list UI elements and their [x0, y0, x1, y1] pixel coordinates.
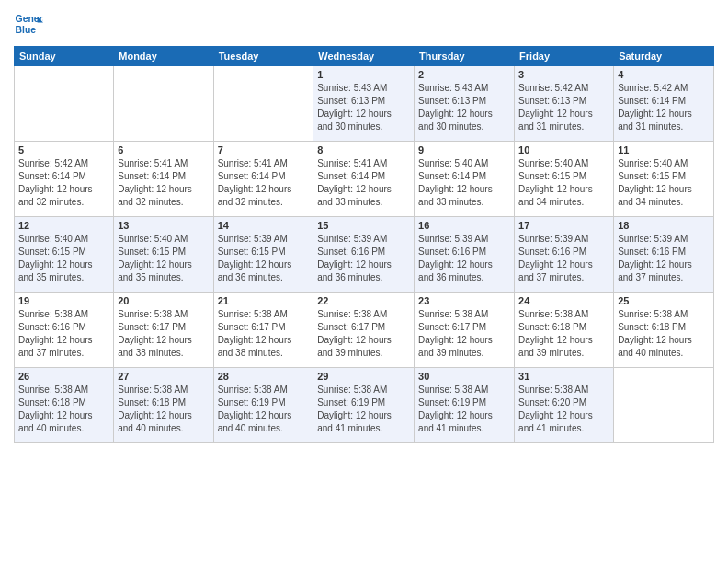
day-number: 20 [118, 295, 209, 306]
day-number: 1 [317, 69, 410, 80]
calendar-cell: 22Sunrise: 5:38 AMSunset: 6:17 PMDayligh… [313, 293, 415, 368]
day-number: 23 [418, 295, 510, 306]
calendar-cell: 26Sunrise: 5:38 AMSunset: 6:18 PMDayligh… [15, 368, 114, 443]
calendar-cell: 1Sunrise: 5:43 AMSunset: 6:13 PMDaylight… [313, 66, 415, 142]
day-number: 3 [518, 69, 609, 80]
week-row-4: 19Sunrise: 5:38 AMSunset: 6:16 PMDayligh… [15, 293, 714, 368]
day-number: 5 [18, 144, 109, 155]
day-info: Sunrise: 5:39 AMSunset: 6:16 PMDaylight:… [618, 233, 710, 284]
day-number: 27 [118, 371, 209, 382]
calendar-cell: 11Sunrise: 5:40 AMSunset: 6:15 PMDayligh… [614, 142, 714, 217]
calendar-cell: 16Sunrise: 5:39 AMSunset: 6:16 PMDayligh… [415, 217, 515, 293]
day-info: Sunrise: 5:38 AMSunset: 6:20 PMDaylight:… [518, 384, 609, 435]
day-info: Sunrise: 5:38 AMSunset: 6:18 PMDaylight:… [518, 308, 609, 360]
day-info: Sunrise: 5:41 AMSunset: 6:14 PMDaylight:… [118, 157, 209, 209]
calendar-cell: 8Sunrise: 5:41 AMSunset: 6:14 PMDaylight… [313, 142, 415, 217]
day-number: 9 [418, 144, 510, 155]
day-number: 7 [218, 144, 310, 155]
calendar-cell: 18Sunrise: 5:39 AMSunset: 6:16 PMDayligh… [614, 217, 714, 293]
calendar-cell: 24Sunrise: 5:38 AMSunset: 6:18 PMDayligh… [515, 293, 614, 368]
day-info: Sunrise: 5:43 AMSunset: 6:13 PMDaylight:… [317, 82, 410, 133]
day-info: Sunrise: 5:38 AMSunset: 6:17 PMDaylight:… [418, 308, 510, 360]
day-number: 14 [218, 220, 310, 231]
logo: General Blue [14, 9, 49, 39]
calendar-cell: 2Sunrise: 5:43 AMSunset: 6:13 PMDaylight… [415, 66, 515, 142]
day-info: Sunrise: 5:41 AMSunset: 6:14 PMDaylight:… [218, 157, 310, 209]
calendar-cell: 28Sunrise: 5:38 AMSunset: 6:19 PMDayligh… [213, 368, 313, 443]
day-number: 6 [118, 144, 209, 155]
calendar-cell: 4Sunrise: 5:42 AMSunset: 6:14 PMDaylight… [614, 66, 714, 142]
calendar-cell: 14Sunrise: 5:39 AMSunset: 6:15 PMDayligh… [213, 217, 313, 293]
calendar-cell [15, 66, 114, 142]
calendar-cell: 17Sunrise: 5:39 AMSunset: 6:16 PMDayligh… [515, 217, 614, 293]
day-info: Sunrise: 5:39 AMSunset: 6:16 PMDaylight:… [418, 233, 510, 284]
day-info: Sunrise: 5:41 AMSunset: 6:14 PMDaylight:… [317, 157, 410, 209]
day-info: Sunrise: 5:42 AMSunset: 6:14 PMDaylight:… [18, 157, 109, 209]
day-number: 19 [18, 295, 109, 306]
day-info: Sunrise: 5:40 AMSunset: 6:15 PMDaylight:… [518, 157, 609, 209]
weekday-monday: Monday [114, 47, 213, 66]
calendar-cell: 13Sunrise: 5:40 AMSunset: 6:15 PMDayligh… [114, 217, 213, 293]
day-info: Sunrise: 5:42 AMSunset: 6:13 PMDaylight:… [518, 82, 609, 133]
day-info: Sunrise: 5:38 AMSunset: 6:19 PMDaylight:… [317, 384, 410, 435]
calendar-cell: 7Sunrise: 5:41 AMSunset: 6:14 PMDaylight… [213, 142, 313, 217]
weekday-sunday: Sunday [15, 47, 114, 66]
day-number: 12 [18, 220, 109, 231]
calendar-cell: 29Sunrise: 5:38 AMSunset: 6:19 PMDayligh… [313, 368, 415, 443]
calendar-cell: 27Sunrise: 5:38 AMSunset: 6:18 PMDayligh… [114, 368, 213, 443]
calendar: SundayMondayTuesdayWednesdayThursdayFrid… [14, 46, 714, 443]
weekday-header-row: SundayMondayTuesdayWednesdayThursdayFrid… [15, 47, 714, 66]
day-info: Sunrise: 5:43 AMSunset: 6:13 PMDaylight:… [418, 82, 510, 133]
day-info: Sunrise: 5:38 AMSunset: 6:17 PMDaylight:… [118, 308, 209, 360]
calendar-cell: 20Sunrise: 5:38 AMSunset: 6:17 PMDayligh… [114, 293, 213, 368]
calendar-cell: 15Sunrise: 5:39 AMSunset: 6:16 PMDayligh… [313, 217, 415, 293]
calendar-cell: 21Sunrise: 5:38 AMSunset: 6:17 PMDayligh… [213, 293, 313, 368]
day-number: 30 [418, 371, 510, 382]
day-info: Sunrise: 5:38 AMSunset: 6:18 PMDaylight:… [118, 384, 209, 435]
day-info: Sunrise: 5:42 AMSunset: 6:14 PMDaylight:… [618, 82, 710, 133]
day-info: Sunrise: 5:39 AMSunset: 6:15 PMDaylight:… [218, 233, 310, 284]
weekday-tuesday: Tuesday [213, 47, 313, 66]
day-info: Sunrise: 5:38 AMSunset: 6:18 PMDaylight:… [18, 384, 109, 435]
day-number: 21 [218, 295, 310, 306]
day-number: 8 [317, 144, 410, 155]
day-number: 11 [618, 144, 710, 155]
calendar-cell [614, 368, 714, 443]
day-number: 10 [518, 144, 609, 155]
calendar-cell [213, 66, 313, 142]
weekday-thursday: Thursday [415, 47, 515, 66]
day-info: Sunrise: 5:40 AMSunset: 6:15 PMDaylight:… [618, 157, 710, 209]
day-info: Sunrise: 5:38 AMSunset: 6:17 PMDaylight:… [218, 308, 310, 360]
week-row-3: 12Sunrise: 5:40 AMSunset: 6:15 PMDayligh… [15, 217, 714, 293]
day-number: 26 [18, 371, 109, 382]
week-row-2: 5Sunrise: 5:42 AMSunset: 6:14 PMDaylight… [15, 142, 714, 217]
logo-icon: General Blue [14, 9, 43, 39]
calendar-cell [114, 66, 213, 142]
day-info: Sunrise: 5:40 AMSunset: 6:15 PMDaylight:… [18, 233, 109, 284]
svg-text:Blue: Blue [16, 25, 37, 35]
week-row-1: 1Sunrise: 5:43 AMSunset: 6:13 PMDaylight… [15, 66, 714, 142]
calendar-cell: 6Sunrise: 5:41 AMSunset: 6:14 PMDaylight… [114, 142, 213, 217]
day-number: 18 [618, 220, 710, 231]
day-info: Sunrise: 5:40 AMSunset: 6:14 PMDaylight:… [418, 157, 510, 209]
calendar-cell: 19Sunrise: 5:38 AMSunset: 6:16 PMDayligh… [15, 293, 114, 368]
calendar-cell: 31Sunrise: 5:38 AMSunset: 6:20 PMDayligh… [515, 368, 614, 443]
calendar-cell: 3Sunrise: 5:42 AMSunset: 6:13 PMDaylight… [515, 66, 614, 142]
day-number: 25 [618, 295, 710, 306]
day-number: 31 [518, 371, 609, 382]
day-info: Sunrise: 5:38 AMSunset: 6:17 PMDaylight:… [317, 308, 410, 360]
day-number: 4 [618, 69, 710, 80]
calendar-cell: 23Sunrise: 5:38 AMSunset: 6:17 PMDayligh… [415, 293, 515, 368]
weekday-wednesday: Wednesday [313, 47, 415, 66]
day-number: 22 [317, 295, 410, 306]
day-info: Sunrise: 5:39 AMSunset: 6:16 PMDaylight:… [518, 233, 609, 284]
week-row-5: 26Sunrise: 5:38 AMSunset: 6:18 PMDayligh… [15, 368, 714, 443]
day-info: Sunrise: 5:38 AMSunset: 6:16 PMDaylight:… [18, 308, 109, 360]
calendar-cell: 25Sunrise: 5:38 AMSunset: 6:18 PMDayligh… [614, 293, 714, 368]
day-number: 17 [518, 220, 609, 231]
day-number: 16 [418, 220, 510, 231]
day-number: 28 [218, 371, 310, 382]
day-number: 2 [418, 69, 510, 80]
day-number: 24 [518, 295, 609, 306]
calendar-cell: 5Sunrise: 5:42 AMSunset: 6:14 PMDaylight… [15, 142, 114, 217]
